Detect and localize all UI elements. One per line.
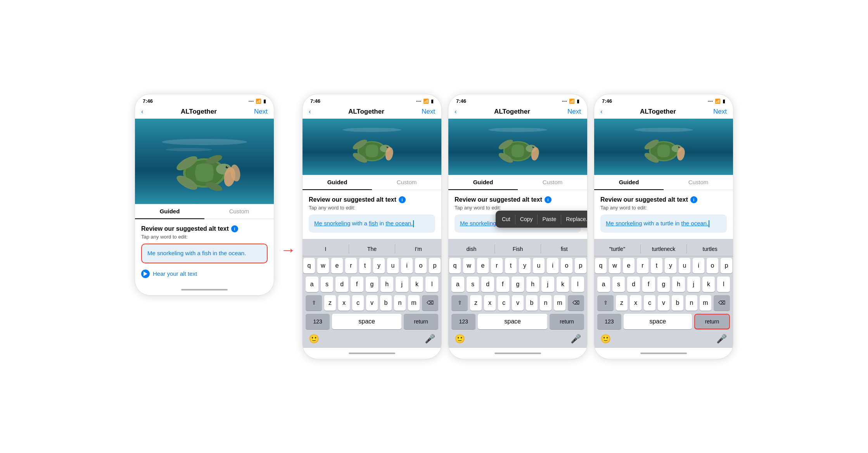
key-n-3[interactable]: n bbox=[540, 295, 552, 311]
key-s-3[interactable]: s bbox=[467, 277, 479, 292]
key-j-3[interactable]: j bbox=[541, 277, 554, 292]
alt-text-me-snorkeling-1[interactable]: Me snorkeling bbox=[147, 250, 183, 256]
key-return-2[interactable]: return bbox=[404, 314, 438, 329]
key-a-2[interactable]: a bbox=[306, 277, 318, 292]
tab-guided-4[interactable]: Guided bbox=[594, 175, 664, 190]
key-u-4[interactable]: u bbox=[679, 258, 690, 273]
key-c-2[interactable]: c bbox=[352, 295, 364, 311]
copy-item[interactable]: Copy bbox=[515, 214, 538, 224]
key-j-2[interactable]: j bbox=[396, 277, 408, 292]
key-v-4[interactable]: v bbox=[658, 295, 669, 311]
next-button-1[interactable]: Next bbox=[254, 108, 268, 116]
back-button-1[interactable]: ‹ bbox=[141, 108, 144, 116]
emoji-key-3[interactable]: 🙂 bbox=[451, 332, 468, 346]
key-r-4[interactable]: r bbox=[637, 258, 648, 273]
alt-the-ocean-4[interactable]: the ocean. bbox=[681, 220, 708, 226]
key-e-4[interactable]: e bbox=[623, 258, 635, 273]
key-i-4[interactable]: i bbox=[693, 258, 704, 273]
key-m-2[interactable]: m bbox=[408, 295, 420, 311]
suggestion-3-2[interactable]: fist bbox=[541, 244, 587, 254]
paste-item[interactable]: Paste bbox=[538, 214, 561, 224]
key-x-3[interactable]: x bbox=[484, 295, 496, 311]
alt-the-ocean-2[interactable]: the ocean. bbox=[386, 220, 413, 226]
suggestion-2-0[interactable]: I bbox=[303, 244, 349, 254]
key-y-4[interactable]: y bbox=[665, 258, 676, 273]
suggestion-3-1[interactable]: Fish bbox=[495, 244, 541, 254]
key-123-2[interactable]: 123 bbox=[306, 314, 330, 329]
key-delete-4[interactable]: ⌫ bbox=[714, 295, 730, 311]
key-t-2[interactable]: t bbox=[359, 258, 371, 273]
tab-custom-4[interactable]: Custom bbox=[664, 175, 733, 190]
suggestion-4-1[interactable]: turtleneck bbox=[641, 244, 687, 254]
key-g-4[interactable]: g bbox=[657, 277, 670, 292]
key-shift-4[interactable]: ⇧ bbox=[597, 295, 614, 311]
key-t-4[interactable]: t bbox=[651, 258, 662, 273]
key-z-3[interactable]: z bbox=[470, 295, 482, 311]
key-z-2[interactable]: z bbox=[324, 295, 336, 311]
key-u-2[interactable]: u bbox=[387, 258, 399, 273]
next-button-3[interactable]: Next bbox=[567, 108, 581, 116]
key-e-2[interactable]: e bbox=[331, 258, 343, 273]
key-a-3[interactable]: a bbox=[451, 277, 464, 292]
alt-text-box-1[interactable]: Me snorkeling with a fish in the ocean. bbox=[141, 244, 268, 263]
back-button-3[interactable]: ‹ bbox=[455, 108, 457, 116]
key-a-4[interactable]: a bbox=[597, 277, 610, 292]
info-icon-1[interactable]: i bbox=[231, 225, 238, 232]
suggestion-4-2[interactable]: turtles bbox=[687, 244, 733, 254]
key-123-3[interactable]: 123 bbox=[451, 314, 475, 329]
key-q-2[interactable]: q bbox=[303, 258, 315, 273]
key-h-4[interactable]: h bbox=[672, 277, 685, 292]
key-y-3[interactable]: y bbox=[519, 258, 531, 273]
cut-item[interactable]: Cut bbox=[497, 214, 515, 224]
key-d-4[interactable]: d bbox=[627, 277, 640, 292]
key-m-4[interactable]: m bbox=[700, 295, 711, 311]
key-space-3[interactable]: space bbox=[478, 314, 547, 329]
back-button-2[interactable]: ‹ bbox=[309, 108, 311, 116]
mic-key-3[interactable]: 🎤 bbox=[567, 332, 584, 346]
next-button-2[interactable]: Next bbox=[422, 108, 435, 116]
key-b-4[interactable]: b bbox=[672, 295, 683, 311]
tab-guided-3[interactable]: Guided bbox=[448, 175, 518, 190]
emoji-key-2[interactable]: 🙂 bbox=[306, 332, 322, 346]
hear-alt-button-1[interactable]: Hear your alt text bbox=[141, 270, 268, 278]
key-d-3[interactable]: d bbox=[481, 277, 494, 292]
key-q-4[interactable]: q bbox=[595, 258, 607, 273]
key-return-4[interactable]: return bbox=[694, 314, 730, 329]
key-k-3[interactable]: k bbox=[557, 277, 569, 292]
alt-text-box-3[interactable]: Cut Copy Paste Replace... ▶ Me snorkelin… bbox=[455, 214, 581, 233]
info-icon-3[interactable]: i bbox=[545, 196, 552, 203]
key-u-3[interactable]: u bbox=[533, 258, 545, 273]
key-m-3[interactable]: m bbox=[554, 295, 565, 311]
mic-key-2[interactable]: 🎤 bbox=[422, 332, 438, 346]
key-t-3[interactable]: t bbox=[505, 258, 517, 273]
info-icon-2[interactable]: i bbox=[399, 196, 406, 203]
key-i-2[interactable]: i bbox=[401, 258, 413, 273]
key-f-4[interactable]: f bbox=[642, 277, 655, 292]
key-shift-2[interactable]: ⇧ bbox=[306, 295, 322, 311]
key-o-3[interactable]: o bbox=[561, 258, 572, 273]
key-k-4[interactable]: k bbox=[702, 277, 715, 292]
alt-text-box-4[interactable]: Me snorkeling with a turtle in the ocean… bbox=[600, 214, 727, 233]
key-l-4[interactable]: l bbox=[717, 277, 730, 292]
tab-custom-1[interactable]: Custom bbox=[204, 204, 274, 219]
key-b-2[interactable]: b bbox=[380, 295, 392, 311]
suggestion-2-2[interactable]: I'm bbox=[395, 244, 441, 254]
key-x-2[interactable]: x bbox=[338, 295, 350, 311]
key-l-3[interactable]: l bbox=[571, 277, 584, 292]
key-w-2[interactable]: w bbox=[317, 258, 329, 273]
key-n-2[interactable]: n bbox=[394, 295, 406, 311]
key-b-3[interactable]: b bbox=[526, 295, 538, 311]
tab-guided-1[interactable]: Guided bbox=[135, 204, 204, 219]
back-button-4[interactable]: ‹ bbox=[600, 108, 603, 116]
key-f-2[interactable]: f bbox=[351, 277, 363, 292]
alt-text-fish[interactable]: fish bbox=[202, 250, 211, 256]
mic-key-4[interactable]: 🎤 bbox=[713, 332, 730, 346]
key-v-2[interactable]: v bbox=[366, 295, 378, 311]
key-space-4[interactable]: space bbox=[624, 314, 692, 329]
alt-me-snorkeling-4[interactable]: Me snorkeling bbox=[606, 220, 642, 226]
key-w-3[interactable]: w bbox=[463, 258, 475, 273]
key-l-2[interactable]: l bbox=[425, 277, 438, 292]
key-j-4[interactable]: j bbox=[687, 277, 700, 292]
suggestion-3-0[interactable]: dish bbox=[448, 244, 495, 254]
key-g-2[interactable]: g bbox=[366, 277, 379, 292]
